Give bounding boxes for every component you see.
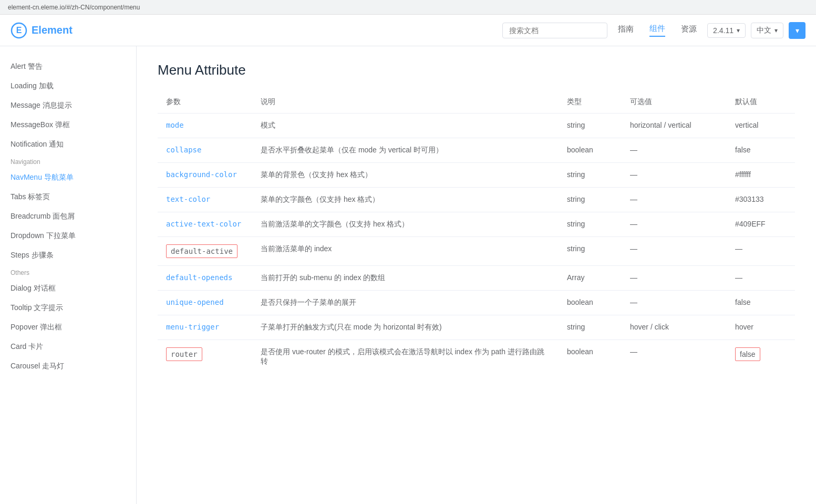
sidebar-item-breadcrumb[interactable]: Breadcrumb 面包屑 — [0, 207, 136, 226]
cell-default: false — [727, 291, 795, 315]
cell-default: false — [727, 138, 795, 163]
table-row: router是否使用 vue-router 的模式，启用该模式会在激活导航时以 … — [158, 340, 795, 374]
sidebar-item-popover[interactable]: Popover 弹出框 — [0, 317, 136, 337]
sidebar: Alert 警告 Loading 加载 Message 消息提示 Message… — [0, 46, 137, 504]
sidebar-item-tooltip[interactable]: Tooltip 文字提示 — [0, 298, 136, 317]
header: E Element 指南 组件 资源 2.4.11 ▾ 中文 ▾ ▾ — [0, 15, 816, 46]
cell-desc: 是否只保持一个子菜单的展开 — [252, 291, 559, 315]
sidebar-item-loading[interactable]: Loading 加载 — [0, 76, 136, 96]
cell-type: string — [559, 163, 622, 188]
table-row: collapse是否水平折叠收起菜单（仅在 mode 为 vertical 时可… — [158, 138, 795, 163]
cell-default: #ffffff — [727, 163, 795, 188]
cell-param: unique-opened — [158, 291, 252, 315]
sidebar-item-message[interactable]: Message 消息提示 — [0, 96, 136, 115]
cell-desc: 当前激活菜单的文字颜色（仅支持 hex 格式） — [252, 212, 559, 237]
cell-param: router — [158, 340, 252, 374]
sidebar-item-messagebox[interactable]: MessageBox 弹框 — [0, 115, 136, 135]
sidebar-item-dropdown[interactable]: Dropdown 下拉菜单 — [0, 226, 136, 245]
sidebar-section-navigation: Navigation NavMenu 导航菜单 Tabs 标签页 Breadcr… — [0, 154, 136, 265]
param-name: menu-trigger — [166, 323, 219, 331]
table-header-row: 参数 说明 类型 可选值 默认值 — [158, 91, 795, 114]
param-name-outlined: default-active — [166, 244, 237, 258]
param-name: text-color — [166, 195, 210, 203]
search-input[interactable] — [502, 23, 607, 38]
cell-type: string — [559, 114, 622, 138]
col-header-type: 类型 — [559, 91, 622, 114]
cell-options: — — [622, 237, 727, 266]
cell-type: string — [559, 188, 622, 212]
param-name: collapse — [166, 146, 201, 154]
table-row: default-openeds当前打开的 sub-menu 的 index 的数… — [158, 266, 795, 291]
nav-link-guide[interactable]: 指南 — [618, 24, 634, 36]
sidebar-section-notif: Alert 警告 Loading 加载 Message 消息提示 Message… — [0, 57, 136, 154]
url-bar: element-cn.eleme.io/#/zh-CN/component/me… — [0, 0, 816, 15]
cell-options: — — [622, 266, 727, 291]
cell-default: — — [727, 266, 795, 291]
url-text: element-cn.eleme.io/#/zh-CN/component/me… — [8, 4, 140, 11]
table-row: mode模式stringhorizontal / verticalvertica… — [158, 114, 795, 138]
sidebar-item-notification[interactable]: Notification 通知 — [0, 135, 136, 154]
table-row: unique-opened是否只保持一个子菜单的展开boolean—false — [158, 291, 795, 315]
theme-button[interactable]: ▾ — [789, 22, 805, 39]
layout: Alert 警告 Loading 加载 Message 消息提示 Message… — [0, 46, 816, 504]
cell-param: background-color — [158, 163, 252, 188]
sidebar-item-carousel[interactable]: Carousel 走马灯 — [0, 356, 136, 376]
sidebar-item-steps[interactable]: Steps 步骤条 — [0, 245, 136, 265]
cell-param: default-active — [158, 237, 252, 266]
attribute-table: 参数 说明 类型 可选值 默认值 mode模式stringhorizontal … — [158, 91, 795, 374]
param-name: default-openeds — [166, 273, 232, 282]
nav-link-resources[interactable]: 资源 — [681, 24, 697, 36]
theme-icon: ▾ — [796, 26, 799, 35]
sidebar-item-alert[interactable]: Alert 警告 — [0, 57, 136, 76]
cell-options: — — [622, 138, 727, 163]
sidebar-item-navmenu[interactable]: NavMenu 导航菜单 — [0, 168, 136, 187]
version-arrow-icon: ▾ — [737, 27, 740, 34]
language-text: 中文 — [757, 26, 771, 35]
cell-default: vertical — [727, 114, 795, 138]
cell-desc: 当前激活菜单的 index — [252, 237, 559, 266]
cell-type: Array — [559, 266, 622, 291]
table-row: active-text-color当前激活菜单的文字颜色（仅支持 hex 格式）… — [158, 212, 795, 237]
version-select[interactable]: 2.4.11 ▾ — [707, 23, 746, 38]
cell-default: hover — [727, 315, 795, 340]
cell-param: default-openeds — [158, 266, 252, 291]
version-text: 2.4.11 — [713, 26, 734, 35]
sidebar-item-dialog[interactable]: Dialog 对话框 — [0, 279, 136, 298]
cell-default: #303133 — [727, 188, 795, 212]
language-select[interactable]: 中文 ▾ — [751, 23, 783, 38]
cell-param: text-color — [158, 188, 252, 212]
cell-param: mode — [158, 114, 252, 138]
sidebar-section-others: Others Dialog 对话框 Tooltip 文字提示 Popover 弹… — [0, 265, 136, 376]
cell-param: active-text-color — [158, 212, 252, 237]
cell-type: string — [559, 315, 622, 340]
cell-desc: 是否水平折叠收起菜单（仅在 mode 为 vertical 时可用） — [252, 138, 559, 163]
logo[interactable]: E Element — [11, 22, 73, 39]
cell-desc: 菜单的文字颜色（仅支持 hex 格式） — [252, 188, 559, 212]
col-header-options: 可选值 — [622, 91, 727, 114]
cell-type: boolean — [559, 340, 622, 374]
cell-desc: 是否使用 vue-router 的模式，启用该模式会在激活导航时以 index … — [252, 340, 559, 374]
cell-type: string — [559, 212, 622, 237]
col-header-default: 默认值 — [727, 91, 795, 114]
cell-param: collapse — [158, 138, 252, 163]
col-header-params: 参数 — [158, 91, 252, 114]
sidebar-section-title-navigation: Navigation — [0, 154, 136, 168]
cell-options: — — [622, 212, 727, 237]
main-content: Menu Attribute 参数 说明 类型 可选值 默认值 mode模式st… — [137, 46, 816, 504]
cell-default: false — [727, 340, 795, 374]
table-row: text-color菜单的文字颜色（仅支持 hex 格式）string—#303… — [158, 188, 795, 212]
logo-text: Element — [32, 24, 73, 36]
cell-options: — — [622, 340, 727, 374]
logo-icon: E — [11, 22, 27, 39]
language-arrow-icon: ▾ — [774, 27, 778, 34]
sidebar-section-title-others: Others — [0, 265, 136, 279]
nav-link-components[interactable]: 组件 — [649, 24, 665, 37]
cell-desc: 子菜单打开的触发方式(只在 mode 为 horizontal 时有效) — [252, 315, 559, 340]
sidebar-item-tabs[interactable]: Tabs 标签页 — [0, 187, 136, 207]
col-header-desc: 说明 — [252, 91, 559, 114]
sidebar-item-card[interactable]: Card 卡片 — [0, 337, 136, 356]
param-name: unique-opened — [166, 298, 224, 306]
nav-links: 指南 组件 资源 — [618, 24, 697, 37]
cell-desc: 模式 — [252, 114, 559, 138]
cell-options: — — [622, 163, 727, 188]
